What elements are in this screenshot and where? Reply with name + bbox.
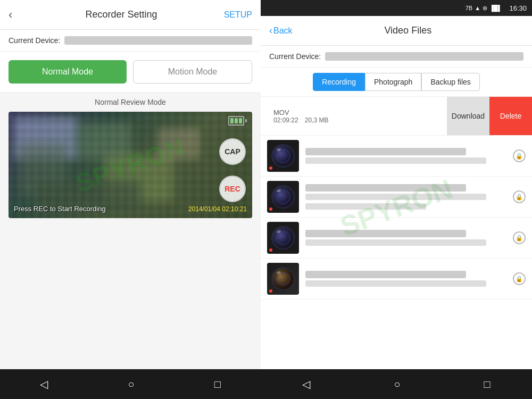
camera-lens-icon (271, 144, 295, 168)
tab-bar: Recording Photograph Backup files (261, 68, 532, 97)
sim-icon: 7B (466, 5, 472, 11)
file-info-3 (305, 230, 506, 246)
file-info-4 (305, 271, 506, 287)
file-thumbnail-4 (267, 263, 299, 295)
nav-back-left[interactable]: ◁ (36, 373, 52, 395)
phone-left: ‹ Recorder Setting SETUP Current Device:… (0, 0, 261, 399)
cap-button[interactable]: CAP (219, 138, 246, 165)
list-item: 🔒 (261, 177, 532, 218)
lock-icon-2[interactable]: 🔒 (513, 190, 526, 203)
download-button[interactable]: Download (447, 97, 489, 135)
battery-tip (245, 119, 247, 122)
file-info-1 (305, 148, 506, 164)
list-item: 🔒 (261, 218, 532, 259)
video-timestamp: 2014/01/04 02:10:21 (188, 205, 247, 213)
camera-lens-icon-2 (271, 185, 295, 209)
file-name-3 (305, 230, 466, 237)
current-device-row-right: Current Device: (261, 46, 532, 68)
file-thumbnail-2 (267, 181, 299, 213)
current-device-label-left: Current Device: (9, 36, 60, 45)
file-meta-2b (305, 203, 426, 210)
tab-recording[interactable]: Recording (313, 73, 365, 91)
file-info-2 (305, 184, 506, 210)
battery-icon (228, 116, 244, 126)
content-right: SPYRON Current Device: Recording Photogr… (261, 46, 532, 369)
camera-lens-icon-4 (271, 267, 295, 290)
motion-mode-button[interactable]: Motion Mode (133, 60, 252, 84)
video-battery (228, 116, 247, 126)
battery-status-icon: ▐█▌ (489, 5, 502, 11)
status-bar: 7B ▲ ⊛ ▐█▌ 16:30 (261, 0, 532, 16)
file-name-1 (305, 148, 466, 155)
lock-symbol-4: 🔒 (516, 276, 523, 282)
nav-home-right[interactable]: ○ (389, 374, 404, 395)
normal-mode-button[interactable]: Normal Mode (9, 60, 127, 84)
file-duration: 02:09:22 (273, 117, 298, 124)
nav-square-right[interactable]: □ (479, 374, 494, 395)
back-button-left[interactable]: ‹ (9, 8, 12, 22)
back-label[interactable]: Back (273, 26, 293, 36)
nav-back-right[interactable]: ◁ (298, 373, 314, 395)
file-list: MOV 02:09:22 20,3 MB Download Delete (261, 97, 532, 369)
back-button-right[interactable]: ‹ Back (269, 25, 293, 36)
nav-bar-right: ◁ ○ □ (261, 369, 532, 399)
red-dot-indicator-2 (269, 207, 272, 211)
rec-button[interactable]: REC (219, 176, 246, 202)
red-dot-indicator (269, 167, 272, 170)
mode-buttons: Normal Mode Motion Mode (0, 52, 261, 93)
phone-right: 7B ▲ ⊛ ▐█▌ 16:30 ‹ Back Video Files SPYR… (261, 0, 532, 399)
video-background (9, 112, 252, 218)
file-extension: MOV (267, 105, 440, 117)
device-value-left (64, 36, 252, 45)
press-rec-text: Press REC to Start Recording (14, 205, 106, 213)
setup-button[interactable]: SETUP (224, 10, 252, 20)
delete-button[interactable]: Delete (489, 97, 532, 135)
current-device-row-left: Current Device: (0, 30, 261, 52)
signal-icon: ▲ (475, 5, 480, 11)
tab-photograph[interactable]: Photograph (365, 73, 421, 91)
clock-display: 16:30 (509, 4, 527, 12)
video-preview: CAP REC Press REC to Start Recording 201… (9, 112, 252, 218)
camera-lens-icon-3 (271, 226, 295, 250)
red-dot-indicator-4 (269, 289, 272, 293)
red-dot-indicator-3 (269, 248, 272, 252)
tab-backup-files[interactable]: Backup files (421, 73, 479, 91)
list-item: 🔒 (261, 136, 532, 177)
lock-symbol-2: 🔒 (516, 194, 523, 201)
recorder-setting-title: Recorder Setting (19, 9, 223, 20)
file-row-swipe: MOV 02:09:22 20,3 MB Download Delete (261, 97, 532, 136)
nav-home-left[interactable]: ○ (123, 374, 138, 395)
file-name-2 (305, 184, 466, 192)
file-thumbnail-3 (267, 222, 299, 254)
file-size: 20,3 MB (305, 117, 329, 124)
current-device-label-right: Current Device: (269, 52, 321, 61)
lock-symbol: 🔒 (516, 153, 523, 160)
file-meta-1 (305, 157, 486, 164)
file-meta-2 (305, 194, 486, 200)
wifi-icon: ⊛ (483, 5, 487, 12)
lock-icon-4[interactable]: 🔒 (513, 272, 526, 285)
content-left: Current Device: Normal Mode Motion Mode … (0, 30, 261, 369)
file-meta-4 (305, 280, 486, 287)
file-thumbnail-1 (267, 140, 299, 172)
nav-square-left[interactable]: □ (210, 374, 225, 395)
chevron-left-icon: ‹ (269, 25, 272, 36)
lock-icon-3[interactable]: 🔒 (513, 231, 526, 244)
video-files-title: Video Files (293, 25, 523, 36)
file-name-4 (305, 271, 466, 278)
top-bar-left: ‹ Recorder Setting SETUP (0, 0, 261, 30)
review-mode-label: Normal Review Mode (0, 93, 261, 112)
lock-icon-1[interactable]: 🔒 (513, 149, 526, 162)
top-bar-right: ‹ Back Video Files (261, 16, 532, 46)
lock-symbol-3: 🔒 (516, 235, 523, 242)
device-value-right (325, 52, 523, 61)
list-item: 🔒 (261, 259, 532, 300)
swipe-row-content: MOV 02:09:22 20,3 MB (261, 101, 447, 131)
nav-bar-left: ◁ ○ □ (0, 369, 261, 399)
status-icons: 7B ▲ ⊛ ▐█▌ (466, 5, 502, 12)
file-meta-3 (305, 239, 486, 246)
